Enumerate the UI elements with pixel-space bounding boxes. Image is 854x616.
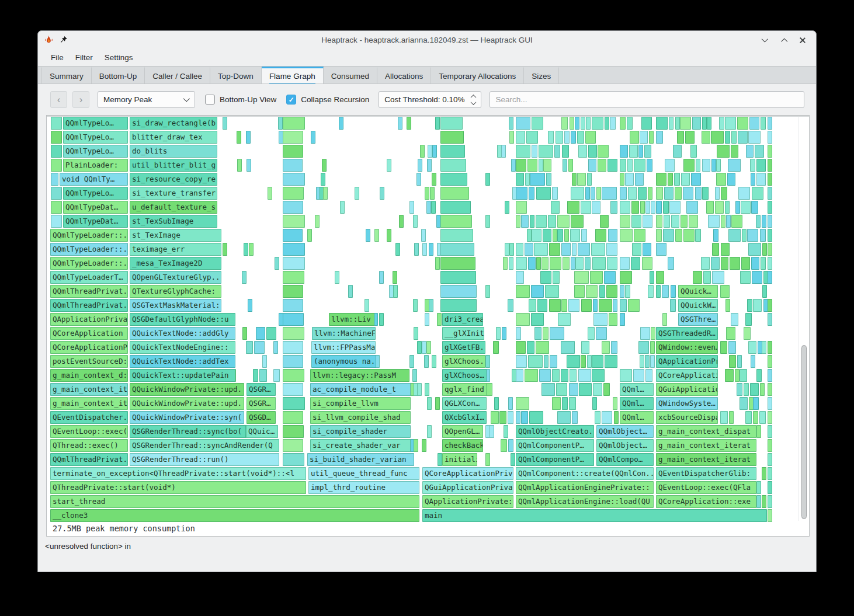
flame-bar[interactable] bbox=[530, 215, 534, 228]
flame-bar[interactable] bbox=[620, 285, 624, 298]
flame-bar[interactable] bbox=[571, 215, 584, 228]
flame-bar[interactable] bbox=[440, 243, 474, 256]
flame-bar[interactable] bbox=[671, 215, 679, 228]
flame-bar[interactable] bbox=[593, 313, 607, 326]
flame-bar[interactable] bbox=[631, 201, 639, 214]
flame-bar[interactable] bbox=[755, 145, 764, 158]
flame-bar[interactable] bbox=[364, 299, 369, 312]
flame-bar[interactable] bbox=[620, 369, 632, 382]
flame-bar[interactable] bbox=[768, 117, 772, 130]
flame-bar[interactable] bbox=[532, 145, 537, 158]
flame-cell[interactable]: QQmlThreadPrivat. bbox=[50, 299, 128, 312]
flame-bar[interactable] bbox=[550, 355, 557, 368]
flame-bar[interactable] bbox=[605, 355, 617, 368]
flame-cell[interactable]: llvm::legacy::PassM bbox=[310, 369, 409, 382]
flame-cell[interactable]: blitter_draw_tex bbox=[130, 131, 217, 144]
flame-bar[interactable] bbox=[663, 229, 674, 242]
flame-bar[interactable] bbox=[671, 285, 676, 298]
flame-bar[interactable] bbox=[681, 173, 690, 186]
flame-bar[interactable] bbox=[548, 131, 554, 144]
flame-cell[interactable]: QCoreApplicationP bbox=[50, 341, 128, 354]
flame-bar[interactable] bbox=[485, 355, 490, 368]
flame-bar[interactable] bbox=[640, 327, 650, 340]
flame-bar[interactable] bbox=[420, 145, 425, 158]
flame-bar[interactable] bbox=[501, 439, 507, 452]
flame-bar[interactable] bbox=[571, 131, 576, 144]
flame-bar[interactable] bbox=[543, 327, 548, 340]
flame-bar[interactable] bbox=[741, 201, 751, 214]
flame-bar[interactable] bbox=[620, 257, 630, 270]
flame-bar[interactable] bbox=[579, 383, 592, 396]
flame-bar[interactable] bbox=[768, 257, 772, 270]
flame-bar[interactable] bbox=[610, 117, 616, 130]
flame-cell[interactable]: QThread::exec() bbox=[50, 439, 128, 452]
flame-bar[interactable] bbox=[256, 327, 265, 340]
flame-bar[interactable] bbox=[768, 411, 772, 424]
flame-cell[interactable]: si_compile_shader bbox=[310, 425, 411, 438]
flame-bar[interactable] bbox=[485, 215, 490, 228]
flame-bar[interactable] bbox=[587, 355, 592, 368]
flame-bar[interactable] bbox=[539, 159, 543, 172]
flame-bar[interactable] bbox=[620, 271, 632, 284]
flame-bar[interactable] bbox=[505, 201, 509, 214]
flame-bar[interactable] bbox=[490, 425, 494, 438]
flame-bar[interactable] bbox=[585, 131, 596, 144]
flame-bar[interactable] bbox=[283, 369, 304, 382]
flame-bar[interactable] bbox=[656, 117, 668, 130]
flame-bar[interactable] bbox=[516, 187, 527, 200]
flame-bar[interactable] bbox=[650, 355, 655, 368]
flame-cell[interactable]: QEventDispatcher. bbox=[50, 411, 128, 424]
flame-bar[interactable] bbox=[501, 145, 506, 158]
flame-cell[interactable]: QQuickText::updatePain bbox=[130, 369, 235, 382]
flame-bar[interactable] bbox=[412, 369, 417, 382]
flame-bar[interactable] bbox=[570, 369, 577, 382]
flame-bar[interactable] bbox=[283, 285, 303, 298]
flame-bar[interactable] bbox=[677, 131, 684, 144]
flame-bar[interactable] bbox=[725, 117, 736, 130]
flame-bar[interactable] bbox=[440, 257, 475, 270]
flame-bar[interactable] bbox=[750, 383, 759, 396]
flame-cell[interactable]: g_main_context_dispat bbox=[656, 425, 756, 438]
flame-bar[interactable] bbox=[731, 313, 738, 326]
flame-bar[interactable] bbox=[746, 145, 754, 158]
spin-down-icon[interactable] bbox=[471, 99, 477, 105]
flame-cell[interactable]: glXGetFB.. bbox=[442, 341, 485, 354]
flame-bar[interactable] bbox=[629, 145, 638, 158]
flame-bar[interactable] bbox=[493, 341, 499, 354]
flame-cell[interactable]: g_main_context_iterat bbox=[656, 453, 756, 466]
flame-bar[interactable] bbox=[557, 215, 570, 228]
flame-cell[interactable]: QQmlObjectCreato.. bbox=[516, 425, 594, 438]
flame-bar[interactable] bbox=[536, 257, 541, 270]
flame-bar[interactable] bbox=[283, 131, 303, 144]
flame-bar[interactable] bbox=[440, 131, 464, 144]
flame-bar[interactable] bbox=[768, 341, 772, 354]
flame-bar[interactable] bbox=[613, 397, 617, 410]
flame-bar[interactable] bbox=[630, 131, 639, 144]
flame-cell[interactable]: QTextureGlyphCache: bbox=[130, 285, 221, 298]
flame-bar[interactable] bbox=[768, 173, 772, 186]
flame-bar[interactable] bbox=[409, 201, 414, 214]
flame-bar[interactable] bbox=[575, 257, 584, 270]
flame-bar[interactable] bbox=[620, 173, 624, 186]
flame-bar[interactable] bbox=[413, 215, 418, 228]
flame-cell[interactable]: QQml… bbox=[620, 411, 654, 424]
flame-bar[interactable] bbox=[268, 187, 272, 200]
flame-bar[interactable] bbox=[283, 439, 303, 452]
flame-bar[interactable] bbox=[283, 243, 305, 256]
flame-bar[interactable] bbox=[283, 355, 303, 368]
flame-bar[interactable] bbox=[768, 439, 772, 452]
flame-bar[interactable] bbox=[516, 313, 530, 326]
flame-bar[interactable] bbox=[691, 173, 701, 186]
flame-bar[interactable] bbox=[527, 341, 534, 354]
flame-bar[interactable] bbox=[669, 201, 681, 214]
flame-bar[interactable] bbox=[606, 285, 617, 298]
flame-bar[interactable] bbox=[509, 131, 514, 144]
flame-cell[interactable]: QCoreApplication::exe bbox=[656, 495, 756, 508]
flame-bar[interactable] bbox=[254, 341, 265, 354]
tab-flame-graph[interactable]: Flame Graph bbox=[262, 67, 324, 83]
flame-bar[interactable] bbox=[748, 243, 761, 256]
flame-bar[interactable] bbox=[283, 397, 305, 410]
flame-bar[interactable] bbox=[674, 173, 680, 186]
flame-bar[interactable] bbox=[435, 117, 440, 130]
flame-bar[interactable] bbox=[744, 327, 751, 340]
